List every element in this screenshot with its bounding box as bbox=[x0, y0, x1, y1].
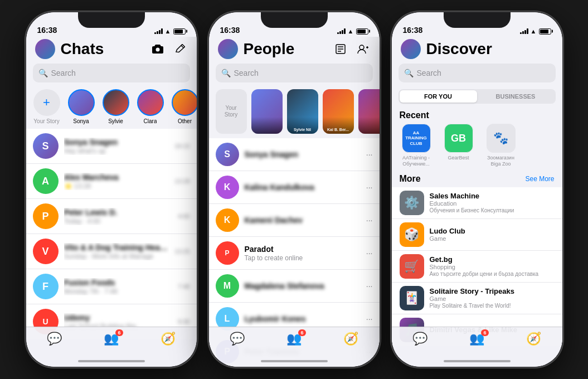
search-icon: 🔍 bbox=[38, 69, 48, 77]
people-item-2[interactable]: K Kalina Kandulkova ··· bbox=[209, 171, 380, 204]
chat-info-4: Vito & A Dog Training Health... Sunday ·… bbox=[64, 243, 169, 260]
people-badge: 6 bbox=[115, 329, 123, 336]
discover-desc-solitaire: Play Solitaire & Travel the World! bbox=[430, 303, 555, 309]
chat-item-4[interactable]: V Vito & A Dog Training Health... Sunday… bbox=[26, 234, 197, 269]
camera-button[interactable] bbox=[150, 41, 166, 57]
own-story-card[interactable]: YourStory bbox=[216, 89, 247, 134]
add-person-button[interactable] bbox=[355, 41, 371, 57]
see-more-button[interactable]: See More bbox=[525, 175, 554, 183]
tab-chats-discover[interactable]: 💬 bbox=[412, 332, 427, 346]
people-name-5: Magdalena Stefanova bbox=[245, 281, 324, 290]
discover-name-sm: Sales Machine bbox=[430, 192, 555, 200]
people-item-1[interactable]: S Sonya Snagen ··· bbox=[209, 138, 380, 171]
tab-for-you[interactable]: FOR YOU bbox=[400, 90, 477, 103]
people-avatar-4: P bbox=[216, 241, 239, 265]
discover-category-solitaire: Game bbox=[430, 295, 555, 302]
chat-meta-3: 4:00 bbox=[178, 213, 189, 220]
wifi-icon: ▲ bbox=[165, 28, 171, 35]
people-avatar-2: K bbox=[216, 176, 239, 199]
recent-name-aa: AATraining - Обучение... bbox=[400, 155, 433, 167]
user-avatar[interactable] bbox=[35, 39, 55, 59]
discover-desc-sm: Обучения и Бизнес Консултации bbox=[430, 207, 555, 213]
add-story-label: Your Story bbox=[33, 118, 59, 124]
people-info-3: Kameni Dachev bbox=[245, 216, 303, 225]
people-item-4[interactable]: P Paradot Tap to create online ··· bbox=[209, 237, 380, 270]
chat-item-5[interactable]: F Fusion Foods Monday 7th · 7:48 7:48 bbox=[26, 269, 197, 304]
people-action-2[interactable]: ··· bbox=[366, 183, 373, 192]
people-item-5[interactable]: M Magdalena Stefanova ··· bbox=[209, 270, 380, 303]
chats-icon-discover: 💬 bbox=[412, 332, 427, 346]
recent-item-3[interactable]: 🐾 Зоомагазин Biga Zoo bbox=[484, 124, 518, 167]
chat-time-1: 19:15 bbox=[174, 143, 190, 149]
svg-point-0 bbox=[155, 48, 159, 52]
discover-name-solitaire: Solitaire Story - Tripeaks bbox=[430, 287, 555, 295]
recent-name-gb: GearBest bbox=[448, 155, 469, 161]
people-action-1[interactable]: ··· bbox=[366, 150, 373, 159]
user-avatar-people[interactable] bbox=[218, 39, 238, 59]
discover-item-3[interactable]: 🛒 Get.bg Shopping Ако търсите добри цени… bbox=[392, 251, 562, 283]
tab-people-chats[interactable]: 👥 6 bbox=[104, 332, 119, 346]
recent-logo-zoo: 🐾 bbox=[487, 124, 516, 153]
people-action-4[interactable]: ··· bbox=[366, 249, 373, 257]
recent-title: Recent bbox=[392, 108, 562, 124]
people-action-3[interactable]: ··· bbox=[366, 216, 373, 225]
recent-item-1[interactable]: AATRAININGCLUB AATraining - Обучение... bbox=[400, 124, 433, 167]
story-3[interactable]: Clara bbox=[137, 89, 164, 124]
chat-meta-6: 9:30 bbox=[178, 318, 189, 325]
tab-people-discover[interactable]: 👥 6 bbox=[469, 332, 484, 346]
story-card-4[interactable] bbox=[358, 89, 380, 134]
chat-item-3[interactable]: P Peter Lewis D. Today · 4:00 4:00 bbox=[26, 199, 197, 234]
story-card-2[interactable]: Sylvie Nil bbox=[287, 89, 318, 134]
chat-message-4: Sunday · More info at Manage bbox=[64, 252, 169, 260]
story-4[interactable]: Other bbox=[171, 89, 197, 124]
people-action-6[interactable]: ··· bbox=[366, 314, 373, 323]
add-story-avatar: + bbox=[33, 89, 60, 116]
discover-item-1[interactable]: ⚙️ Sales Machine Education Обучения и Би… bbox=[392, 187, 562, 219]
story-card-3[interactable]: Kai B. Ber... bbox=[323, 89, 354, 134]
people-name-6: Lyubomir Kones bbox=[245, 314, 306, 323]
discover-info-solitaire: Solitaire Story - Tripeaks Game Play Sol… bbox=[430, 287, 555, 309]
search-bar-discover[interactable]: 🔍 Search bbox=[399, 64, 556, 82]
people-action-5[interactable]: ··· bbox=[366, 281, 373, 290]
phone-discover: 16:38 ▲ Discover 🔍 Searc bbox=[391, 11, 563, 368]
contacts-button[interactable] bbox=[333, 41, 348, 57]
tab-chats[interactable]: 💬 bbox=[47, 332, 62, 346]
tab-chats-people[interactable]: 💬 bbox=[230, 332, 245, 346]
tab-people-active[interactable]: 👥 6 bbox=[286, 332, 302, 346]
chat-name-6: Udemy bbox=[64, 313, 173, 322]
people-header: People bbox=[209, 37, 380, 64]
more-title: More bbox=[400, 174, 421, 184]
compose-button[interactable] bbox=[172, 41, 188, 57]
recent-item-2[interactable]: GB GearBest bbox=[442, 124, 475, 167]
people-status-4: Tap to create online bbox=[245, 254, 303, 262]
story-avatar-4 bbox=[172, 89, 197, 116]
tab-discover-people[interactable]: 🧭 bbox=[343, 332, 358, 346]
notch bbox=[78, 12, 145, 28]
chat-item-1[interactable]: S Sonya Snagen Hey what's up 19:15 bbox=[26, 129, 197, 164]
people-name-3: Kameni Dachev bbox=[245, 216, 303, 225]
tab-businesses[interactable]: BUSINESSES bbox=[477, 90, 555, 103]
discover-info-get: Get.bg Shopping Ако търсите добри цени и… bbox=[430, 255, 555, 277]
discover-item-2[interactable]: 🎲 Ludo Club Game bbox=[392, 219, 562, 251]
user-avatar-discover[interactable] bbox=[401, 39, 421, 59]
search-bar[interactable]: 🔍 Search bbox=[33, 64, 190, 82]
chat-message-1: Hey what's up bbox=[64, 147, 169, 155]
people-item-3[interactable]: K Kameni Dachev ··· bbox=[209, 204, 380, 237]
story-add[interactable]: + Your Story bbox=[33, 89, 61, 124]
discover-tabs: FOR YOU BUSINESSES bbox=[399, 89, 556, 104]
chat-info-1: Sonya Snagen Hey what's up bbox=[64, 138, 169, 155]
search-bar-people[interactable]: 🔍 Search bbox=[216, 64, 373, 82]
story-card-1[interactable] bbox=[251, 89, 283, 134]
chat-item-2[interactable]: A Alex Marcheva ⭐ 13:28 13:28 bbox=[26, 164, 197, 199]
tab-discover-chats[interactable]: 🧭 bbox=[161, 332, 176, 346]
discover-name-get: Get.bg bbox=[430, 255, 555, 264]
chat-meta-1: 19:15 bbox=[174, 143, 190, 149]
recent-name-zoo: Зоомагазин Biga Zoo bbox=[484, 155, 518, 167]
discover-item-4[interactable]: 🃏 Solitaire Story - Tripeaks Game Play S… bbox=[392, 283, 562, 314]
signal-icon bbox=[154, 28, 163, 34]
story-1[interactable]: Sonya bbox=[67, 89, 95, 124]
svg-point-5 bbox=[359, 45, 364, 50]
tab-discover-active[interactable]: 🧭 bbox=[526, 332, 541, 346]
people-avatar-1: S bbox=[216, 143, 239, 166]
story-2[interactable]: Sylvie bbox=[102, 89, 130, 124]
